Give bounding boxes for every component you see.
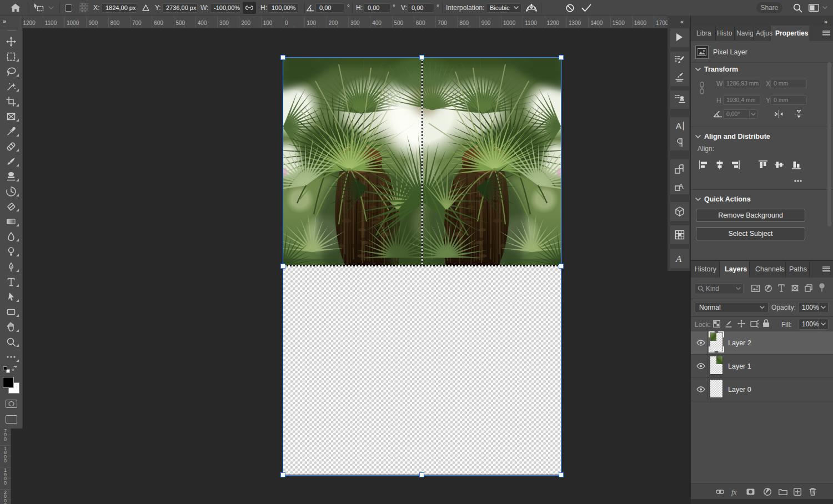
svg-text:A: A xyxy=(679,182,684,190)
svg-text:A: A xyxy=(676,121,681,130)
svg-text:A: A xyxy=(675,254,682,264)
